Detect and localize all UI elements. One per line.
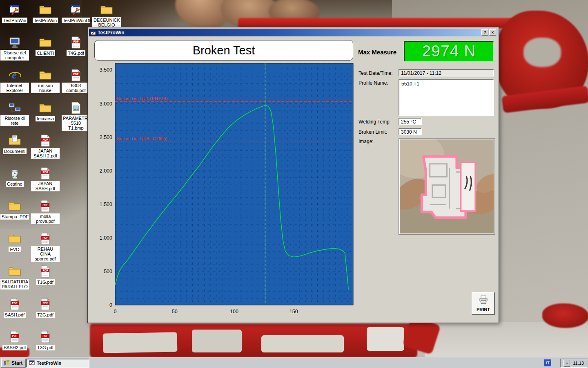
start-button[interactable]: Start [1,359,26,368]
desktop-icon-label: REHAU CINA sporco.pdf [31,246,60,262]
app-icon [69,3,82,16]
taskbar-clock: 11.13 [573,361,584,366]
desktop-icon-risorse-di-rete[interactable]: Risorse di rete [0,101,29,126]
collapse-tray-button[interactable]: « [564,360,570,367]
desktop-icon-parametri-5510-t1-bmp[interactable]: PARAMETRI 5510 T1.bmp [62,101,90,131]
folder-icon [8,265,21,278]
folder-icon [39,36,52,49]
desktop-icon-stampa-pdf[interactable]: Stampa_PDF [0,200,29,220]
limit-line-label: Broken Limit (UNI EN 514) [117,96,167,101]
desktop-icon-clienti[interactable]: CLIENTI [31,36,60,56]
desktop-icon-label: Cestino [6,181,23,187]
desktop-icon-label: JAPAN SASH.pdf [31,181,60,191]
app-icon [29,360,35,366]
bmp-icon [69,101,82,114]
svg-text:PDF: PDF [12,302,18,305]
pdf-icon: PDF [69,69,82,82]
pdf-icon: PDF [39,232,52,245]
window-titlebar[interactable]: TestProWin ? × [89,29,497,36]
svg-text:e: e [12,69,17,81]
x-tick-label: 0 [114,309,117,314]
desktop-icon-sash2-pdf[interactable]: PDFSASH2.pdf [0,330,29,351]
pdf-icon: PDF [39,265,52,278]
desktop-icon-label: SALDATURA PARALLELO [0,279,29,289]
y-tick-label: 500 [104,269,112,274]
desktop-icon-label: T1G.pdf [36,279,55,285]
test-datetime-label: Test Date/Time: [359,70,393,76]
desktop-icon-6303-combi-pdf[interactable]: PDF6303 combi.pdf [62,69,90,94]
pdf-icon: PDF [8,298,21,311]
desktop-icon-label: EVO [9,247,20,252]
desktop-icon-testprowindb[interactable]: TestProWinDB [62,3,90,24]
desktop-icon-t1g-pdf[interactable]: PDFT1G.pdf [31,265,60,285]
folder-icon [8,200,21,213]
taskbar-task-testprowin[interactable]: TestProWin [26,359,89,368]
print-button[interactable]: PRINT [472,292,495,315]
pdf-icon: PDF [39,167,52,180]
desktop-icon-risorse-del-computer[interactable]: Risorse del computer [0,36,29,61]
y-tick-label: 3.500 [100,67,112,73]
image-label: Image: [359,139,374,144]
desktop-icon-run-sun-house[interactable]: run sun house [31,69,60,94]
folder-icon [100,3,113,16]
desktop-icon-saldatura-parallelo[interactable]: SALDATURA PARALLELO [0,265,29,290]
computer-icon [8,36,21,49]
test-heading-text: Broken Test [193,44,255,57]
desktop-icon-evo[interactable]: EVO [0,232,29,253]
svg-text:PDF: PDF [12,334,18,337]
language-indicator[interactable]: IT [544,359,551,366]
pdf-icon: PDF [8,330,21,343]
pdf-icon: PDF [39,200,52,213]
profile-name-field[interactable]: 5510 T1 [399,79,494,116]
folder-icon [39,3,52,16]
desktop-icon-japan-sash-2-pdf[interactable]: PDFJAPAN SASH 2.pdf [31,134,60,159]
desktop-icon-testprowin[interactable]: TestProWin [31,3,60,24]
desktop-icon-internet-explorer[interactable]: eInternet Explorer [0,69,29,94]
desktop-icon-t3g-pdf[interactable]: PDFT3G.pdf [31,330,60,351]
desktop-icon-sash-pdf[interactable]: PDFSASH.pdf [0,298,29,318]
desktop-icon-t2g-pdf[interactable]: PDFT2G.pdf [31,298,60,318]
folder-icon [39,101,52,114]
desktop-icon-molla-prova-pdf[interactable]: PDFmolla prova.pdf [31,200,60,224]
desktop-icon-label: T4G.pdf [67,50,85,56]
network-icon [8,101,21,114]
print-button-label: PRINT [477,307,490,312]
desktop-icon-label: 6303 combi.pdf [62,83,90,93]
desktop-icon-testprowin[interactable]: TestProWin [0,3,29,24]
desktop-icon-label: Risorse del computer [0,50,29,61]
desktop: TestProWinRisorse del computereInternet … [0,0,588,368]
svg-text:PDF: PDF [43,302,48,305]
x-tick-label: 50 [172,309,178,314]
pdf-icon: PDF [39,134,52,147]
system-tray: « 11.13 [560,359,587,368]
desktop-icon-label: run sun house [31,83,60,93]
test-datetime-field[interactable]: 11/01/2017 - 11:12 [399,69,494,76]
close-button[interactable]: × [489,29,496,36]
recycle-icon [8,167,21,180]
desktop-icon-teccarsa[interactable]: teccarsa [31,101,60,122]
svg-text:PDF: PDF [43,236,48,239]
desktop-icon-t4g-pdf[interactable]: PDFT4G.pdf [62,36,90,56]
desktop-icon-cestino[interactable]: Cestino [0,167,29,187]
broken-limit-field[interactable]: 3030 N [399,128,422,135]
svg-text:PDF: PDF [43,269,48,272]
desktop-icon-rehau-cina-sporco-pdf[interactable]: PDFREHAU CINA sporco.pdf [31,232,60,262]
y-tick-label: 3.000 [100,101,112,107]
desktop-icon-label: Stampa_PDF [0,214,29,220]
desktop-icon-label: CLIENTI [36,50,55,56]
desktop-icon-label: Risorse di rete [0,115,29,126]
svg-text:PDF: PDF [74,73,79,76]
welding-temp-field[interactable]: 255 °C [399,118,422,125]
force-chart: Broken Limit (UNI EN 514)Broken Limit (R… [98,61,355,317]
desktop-icon-label: SASH.pdf [4,312,26,318]
desktop-icon-documenti[interactable]: Documenti [0,134,29,155]
desktop-icon-label: T3G.pdf [36,345,55,350]
y-tick-label: 2.500 [100,135,112,140]
help-button[interactable]: ? [481,29,488,36]
svg-text:PDF: PDF [43,204,48,206]
desktop-icon-deceunick-belgio[interactable]: DECEUNICK BELGIO [92,3,121,28]
pdf-icon: PDF [69,36,82,49]
desktop-icon-japan-sash-pdf[interactable]: PDFJAPAN SASH.pdf [31,167,60,192]
desktop-icon-label: DECEUNICK BELGIO [92,17,121,28]
limit-line-label: Broken Limit (RAL GZ695) [117,136,167,141]
